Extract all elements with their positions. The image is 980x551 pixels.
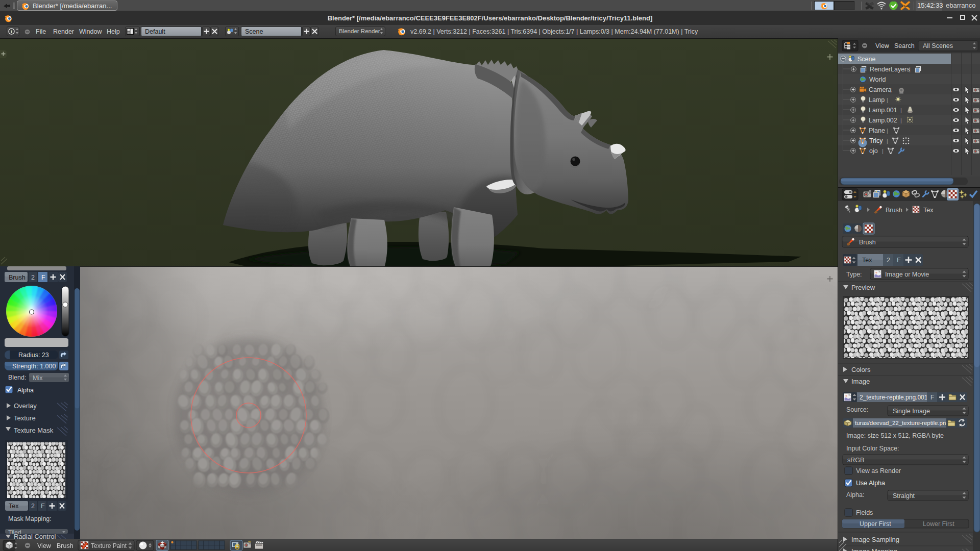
svg-text:Overlay: Overlay: [14, 402, 37, 410]
svg-text:Lamp: Lamp: [869, 96, 885, 104]
svg-text:Radius: 23: Radius: 23: [18, 352, 49, 359]
svg-text:Type:: Type:: [846, 271, 862, 278]
svg-text:2: 2: [31, 503, 35, 510]
svg-text:sRGB: sRGB: [847, 457, 864, 464]
svg-text:i: i: [11, 30, 12, 34]
svg-text:Radial Control: Radial Control: [14, 533, 56, 539]
svg-text:Mix: Mix: [33, 374, 43, 382]
svg-text:Brush: Brush: [886, 207, 902, 214]
svg-text:|: |: [900, 117, 902, 123]
svg-text:|: |: [887, 128, 888, 134]
svg-text:Texture Paint: Texture Paint: [91, 542, 127, 549]
svg-text:2: 2: [31, 274, 35, 281]
svg-text:Lower First: Lower First: [923, 520, 954, 528]
svg-text:Texture: Texture: [14, 414, 36, 422]
svg-text:Tex: Tex: [9, 503, 19, 510]
svg-text:All Scenes: All Scenes: [923, 42, 953, 49]
svg-text:View: View: [875, 42, 890, 49]
svg-text:Brush: Brush: [9, 274, 26, 281]
svg-text:Upper First: Upper First: [860, 520, 891, 528]
svg-text:Search: Search: [894, 42, 915, 49]
svg-text:Camera: Camera: [869, 86, 892, 93]
svg-text:Lamp.002: Lamp.002: [869, 117, 897, 124]
svg-text:|: |: [890, 87, 892, 93]
svg-text:2: 2: [887, 257, 890, 264]
svg-text:Straight: Straight: [893, 492, 915, 499]
svg-text:|: |: [882, 148, 884, 154]
svg-text:F: F: [41, 274, 45, 281]
svg-text:Texture Mask: Texture Mask: [14, 427, 54, 434]
svg-text:Blend:: Blend:: [8, 374, 26, 381]
svg-text:Source:: Source:: [846, 406, 868, 413]
svg-text:chat: chat: [902, 5, 908, 8]
svg-text:Image: Image: [851, 378, 870, 385]
svg-text:Plane: Plane: [869, 127, 885, 134]
svg-text:|: |: [900, 107, 902, 113]
svg-text:Image: size 512 x 512, RGBA by: Image: size 512 x 512, RGBA byte: [846, 432, 944, 439]
svg-text:Image Sampling: Image Sampling: [851, 536, 899, 543]
svg-text:ojo: ojo: [869, 147, 878, 155]
svg-text:Strength: 1.000: Strength: 1.000: [12, 363, 56, 370]
svg-text:Use Alpha: Use Alpha: [856, 480, 885, 487]
svg-text:F: F: [930, 394, 934, 401]
svg-text:Input Color Space:: Input Color Space:: [846, 445, 899, 452]
svg-text:Single Image: Single Image: [893, 408, 930, 415]
svg-text:Scene: Scene: [857, 56, 875, 63]
svg-text:View: View: [37, 542, 52, 549]
svg-text:Image Mapping: Image Mapping: [851, 547, 897, 551]
svg-text:|: |: [887, 97, 888, 103]
svg-text:turas/deevad_22_texture-reptil: turas/deevad_22_texture-reptile.png: [855, 420, 949, 426]
svg-text:Image or Movie: Image or Movie: [885, 271, 929, 278]
svg-text:Colors: Colors: [851, 366, 871, 373]
svg-text:Fields: Fields: [856, 509, 873, 516]
svg-text:World: World: [869, 76, 886, 83]
svg-text:Tricy: Tricy: [869, 137, 883, 144]
svg-text:|: |: [887, 138, 888, 144]
svg-text:Preview: Preview: [851, 284, 875, 291]
svg-text:Alpha:: Alpha:: [846, 491, 864, 498]
svg-text:View as Render: View as Render: [856, 467, 901, 474]
svg-text:RenderLayers: RenderLayers: [870, 66, 910, 73]
svg-text:Tex: Tex: [923, 207, 934, 214]
svg-text:2_texture-reptile.png.001: 2_texture-reptile.png.001: [860, 394, 928, 401]
svg-text:F: F: [897, 257, 901, 264]
svg-text:Alpha: Alpha: [17, 387, 34, 394]
svg-text:F: F: [41, 503, 45, 510]
svg-text:Lamp.001: Lamp.001: [869, 107, 897, 114]
svg-text:Brush: Brush: [57, 542, 74, 549]
svg-text:|: |: [909, 66, 911, 72]
svg-text:Brush: Brush: [859, 239, 876, 246]
svg-text:Mask Mapping:: Mask Mapping:: [8, 515, 52, 522]
svg-text:Tex: Tex: [862, 257, 872, 264]
